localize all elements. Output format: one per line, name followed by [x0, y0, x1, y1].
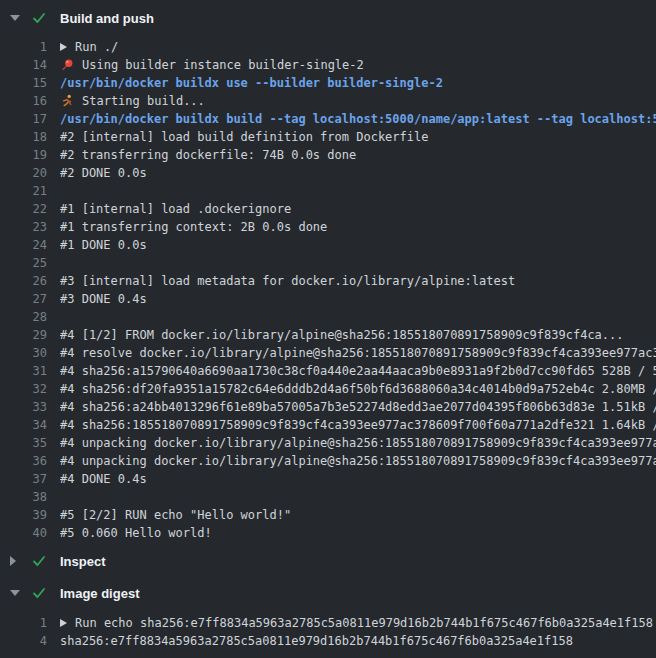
line-number[interactable]: 14: [0, 56, 60, 74]
line-text: #4 sha256:a15790640a6690aa1730c38cf0a440…: [60, 362, 656, 380]
line-content: #5 0.060 Hello world!: [60, 524, 212, 542]
line-text: #2 transferring dockerfile: 74B 0.0s don…: [60, 146, 656, 164]
line-number[interactable]: 25: [0, 254, 60, 272]
log-line: 37#4 DONE 0.4s: [0, 470, 656, 488]
workflow-log-viewer: Build and push 1Run ./14Using builder in…: [0, 0, 656, 658]
line-text: /usr/bin/docker buildx build --tag local…: [60, 110, 656, 128]
chevron-down-icon[interactable]: [10, 590, 22, 596]
line-number[interactable]: 24: [0, 236, 60, 254]
line-number[interactable]: 28: [0, 308, 60, 326]
line-number[interactable]: 1: [0, 614, 60, 632]
line-number[interactable]: 21: [0, 182, 60, 200]
log-line: 27#3 DONE 0.4s: [0, 290, 656, 308]
line-text: #4 resolve docker.io/library/alpine@sha2…: [60, 344, 656, 362]
line-number[interactable]: 17: [0, 110, 60, 128]
line-number[interactable]: 16: [0, 92, 60, 110]
line-number[interactable]: 1: [0, 38, 60, 56]
log-line: 26#3 [internal] load metadata for docker…: [0, 272, 656, 290]
line-text: Run echo sha256:e7ff8834a5963a2785c5a081…: [60, 614, 656, 632]
line-number[interactable]: 33: [0, 398, 60, 416]
line-number[interactable]: 37: [0, 470, 60, 488]
line-text: #3 [internal] load metadata for docker.i…: [60, 272, 656, 290]
line-text: [60, 254, 656, 272]
line-content: #4 DONE 0.4s: [60, 470, 147, 488]
line-text: #5 [2/2] RUN echo "Hello world!": [60, 506, 656, 524]
line-text: [60, 488, 656, 506]
line-text: #4 unpacking docker.io/library/alpine@sh…: [60, 452, 656, 470]
line-number[interactable]: 40: [0, 524, 60, 542]
line-number[interactable]: 26: [0, 272, 60, 290]
line-number[interactable]: 34: [0, 416, 60, 434]
line-number[interactable]: 27: [0, 290, 60, 308]
line-text: #1 transferring context: 2B 0.0s done: [60, 218, 656, 236]
line-number[interactable]: 4: [0, 632, 60, 650]
line-content: #4 resolve docker.io/library/alpine@sha2…: [60, 344, 656, 362]
play-expander-icon[interactable]: [60, 619, 67, 627]
log-line: 35#4 unpacking docker.io/library/alpine@…: [0, 434, 656, 452]
chevron-down-icon[interactable]: [10, 15, 22, 21]
play-expander-icon[interactable]: [60, 43, 67, 51]
log-line: 22#1 [internal] load .dockerignore: [0, 200, 656, 218]
log-line: 24#1 DONE 0.0s: [0, 236, 656, 254]
line-number[interactable]: 22: [0, 200, 60, 218]
line-number[interactable]: 31: [0, 362, 60, 380]
log-line: 29#4 [1/2] FROM docker.io/library/alpine…: [0, 326, 656, 344]
line-text: Using builder instance builder-single-2: [60, 56, 656, 74]
log-line: 20#2 DONE 0.0s: [0, 164, 656, 182]
log-line: 4sha256:e7ff8834a5963a2785c5a0811e979d16…: [0, 632, 656, 650]
line-number[interactable]: 20: [0, 164, 60, 182]
line-number[interactable]: 38: [0, 488, 60, 506]
section-header-inspect[interactable]: Inspect: [0, 548, 656, 574]
line-content: Run ./: [75, 38, 118, 56]
log-line: 30#4 resolve docker.io/library/alpine@sh…: [0, 344, 656, 362]
log-group-build-and-push: 1Run ./14Using builder instance builder-…: [0, 38, 656, 542]
line-text: sha256:e7ff8834a5963a2785c5a0811e979d16b…: [60, 632, 656, 650]
line-number[interactable]: 18: [0, 128, 60, 146]
success-check-icon: [31, 553, 47, 569]
line-number[interactable]: 29: [0, 326, 60, 344]
log-line: 18#2 [internal] load build definition fr…: [0, 128, 656, 146]
log-line: 32#4 sha256:df20fa9351a15782c64e6dddb2d4…: [0, 380, 656, 398]
line-content: #4 sha256:df20fa9351a15782c64e6dddb2d4a6…: [60, 380, 656, 398]
line-number[interactable]: 36: [0, 452, 60, 470]
log-line: 38: [0, 488, 656, 506]
line-text: #1 [internal] load .dockerignore: [60, 200, 656, 218]
line-text: Starting build...: [60, 92, 656, 110]
log-line: 14Using builder instance builder-single-…: [0, 56, 656, 74]
log-line: 19#2 transferring dockerfile: 74B 0.0s d…: [0, 146, 656, 164]
line-number[interactable]: 19: [0, 146, 60, 164]
section-header-build-and-push[interactable]: Build and push: [0, 5, 656, 31]
line-text: #4 sha256:185518070891758909c9f839cf4ca3…: [60, 416, 656, 434]
line-text: /usr/bin/docker buildx use --builder bui…: [60, 74, 656, 92]
success-check-icon: [31, 585, 47, 601]
line-content: #3 [internal] load metadata for docker.i…: [60, 272, 515, 290]
line-content: #1 transferring context: 2B 0.0s done: [60, 218, 327, 236]
line-content: sha256:e7ff8834a5963a2785c5a0811e979d16b…: [60, 632, 573, 650]
line-number[interactable]: 15: [0, 74, 60, 92]
line-content: #2 DONE 0.0s: [60, 164, 147, 182]
line-text: [60, 182, 656, 200]
line-text: #2 [internal] load build definition from…: [60, 128, 656, 146]
log-line: 28: [0, 308, 656, 326]
line-content: #5 [2/2] RUN echo "Hello world!": [60, 506, 291, 524]
line-content: Using builder instance builder-single-2: [82, 56, 364, 74]
log-line: 17/usr/bin/docker buildx build --tag loc…: [0, 110, 656, 128]
log-line: 1Run echo sha256:e7ff8834a5963a2785c5a08…: [0, 614, 656, 632]
section-header-image-digest[interactable]: Image digest: [0, 580, 656, 606]
line-content: Run echo sha256:e7ff8834a5963a2785c5a081…: [75, 614, 653, 632]
line-text: #4 unpacking docker.io/library/alpine@sh…: [60, 434, 656, 452]
line-number[interactable]: 35: [0, 434, 60, 452]
chevron-right-icon[interactable]: [10, 556, 22, 566]
log-line: 36#4 unpacking docker.io/library/alpine@…: [0, 452, 656, 470]
line-text: #4 DONE 0.4s: [60, 470, 656, 488]
line-content: #2 transferring dockerfile: 74B 0.0s don…: [60, 146, 356, 164]
log-line: 25: [0, 254, 656, 272]
line-number[interactable]: 23: [0, 218, 60, 236]
line-text: #1 DONE 0.0s: [60, 236, 656, 254]
line-content: #1 [internal] load .dockerignore: [60, 200, 291, 218]
line-number[interactable]: 32: [0, 380, 60, 398]
line-number[interactable]: 30: [0, 344, 60, 362]
line-number[interactable]: 39: [0, 506, 60, 524]
log-line: 33#4 sha256:a24bb4013296f61e89ba57005a7b…: [0, 398, 656, 416]
line-text: #2 DONE 0.0s: [60, 164, 656, 182]
